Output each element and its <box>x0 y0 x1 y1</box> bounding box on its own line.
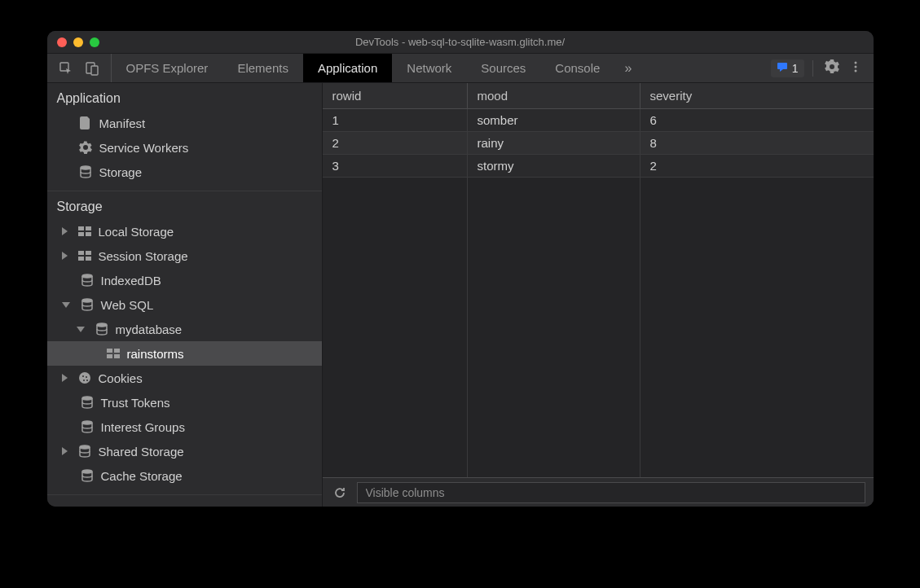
sidebar-item-rainstorms[interactable]: rainstorms <box>47 341 322 366</box>
column-header-mood[interactable]: mood <box>468 83 640 108</box>
sidebar-item-session-storage[interactable]: Session Storage <box>47 244 322 268</box>
tabs-overflow[interactable]: » <box>614 54 641 82</box>
sidebar-item-cookies[interactable]: Cookies <box>47 366 322 390</box>
cookie-icon <box>77 371 92 385</box>
sidebar-item-shared-storage[interactable]: Shared Storage <box>47 439 322 463</box>
svg-rect-21 <box>107 354 112 358</box>
svg-point-27 <box>86 380 88 381</box>
svg-point-7 <box>81 166 90 169</box>
device-toggle-icon[interactable] <box>85 61 99 76</box>
sidebar-item-label: Storage <box>99 165 143 179</box>
svg-point-30 <box>80 445 90 449</box>
table-row[interactable]: 1 somber 6 <box>323 109 874 132</box>
svg-point-28 <box>82 397 92 400</box>
column-header-rowid[interactable]: rowid <box>323 83 468 108</box>
tab-sources[interactable]: Sources <box>466 54 540 82</box>
sidebar-item-storage[interactable]: Storage <box>47 160 322 184</box>
svg-point-16 <box>82 274 92 278</box>
svg-rect-12 <box>78 251 84 255</box>
svg-rect-13 <box>86 251 91 255</box>
section-header-storage: Storage <box>47 191 322 219</box>
table-row[interactable]: 3 stormy 2 <box>323 155 874 178</box>
sidebar-item-label: Service Workers <box>99 141 189 155</box>
message-icon <box>777 61 788 76</box>
svg-rect-3 <box>777 63 787 69</box>
table-row[interactable]: 2 rainy 8 <box>323 132 874 155</box>
database-icon <box>80 273 95 287</box>
issues-count: 1 <box>792 62 799 75</box>
svg-rect-20 <box>114 349 120 353</box>
titlebar: DevTools - web-sql-to-sqlite-wasm.glitch… <box>47 31 874 54</box>
sidebar-item-service-workers[interactable]: Service Workers <box>47 135 322 160</box>
sidebar-item-trust-tokens[interactable]: Trust Tokens <box>47 390 322 415</box>
sidebar-item-indexeddb[interactable]: IndexedDB <box>47 268 322 292</box>
svg-rect-8 <box>78 226 84 230</box>
svg-rect-11 <box>86 232 91 236</box>
svg-rect-9 <box>86 226 91 230</box>
svg-rect-10 <box>78 232 84 236</box>
sidebar-item-mydatabase[interactable]: mydatabase <box>47 317 322 341</box>
table-header: rowid mood severity <box>323 83 874 109</box>
tab-network[interactable]: Network <box>392 54 466 82</box>
tab-application[interactable]: Application <box>303 54 392 82</box>
svg-point-24 <box>82 375 84 377</box>
cell-rowid: 2 <box>323 132 468 154</box>
filter-input[interactable] <box>357 482 865 503</box>
cell-severity: 8 <box>640 132 874 154</box>
svg-point-17 <box>82 299 92 302</box>
tab-opfs-explorer[interactable]: OPFS Explorer <box>112 54 223 82</box>
sidebar-item-label: Cookies <box>99 371 143 385</box>
chevron-down-icon <box>77 327 85 332</box>
tab-console[interactable]: Console <box>540 54 614 82</box>
sidebar-item-interest-groups[interactable]: Interest Groups <box>47 415 322 439</box>
database-icon <box>77 444 92 459</box>
toolbar-tabs: OPFS Explorer Elements Application Netwo… <box>112 54 763 82</box>
chevron-right-icon <box>62 447 68 455</box>
sidebar-section-application: Application Manifest Service Workers <box>47 83 322 191</box>
sidebar-item-label: Cache Storage <box>101 469 183 483</box>
svg-point-4 <box>854 61 856 64</box>
cell-severity: 2 <box>640 155 874 177</box>
sidebar-item-cache-storage[interactable]: Cache Storage <box>47 463 322 488</box>
database-icon <box>78 165 93 179</box>
sidebar-section-storage: Storage Local Storage Session Storage <box>47 191 322 495</box>
tab-elements[interactable]: Elements <box>222 54 303 82</box>
svg-point-26 <box>83 380 85 381</box>
sidebar-item-local-storage[interactable]: Local Storage <box>47 219 322 244</box>
settings-icon[interactable] <box>821 56 843 81</box>
svg-rect-19 <box>107 349 112 353</box>
inspect-icon[interactable] <box>59 61 73 76</box>
svg-point-23 <box>79 372 90 384</box>
content-panel: rowid mood severity 1 somber 6 2 rainy 8 <box>323 83 874 507</box>
refresh-button[interactable] <box>331 484 349 502</box>
cell-mood: rainy <box>468 132 640 154</box>
svg-point-6 <box>854 69 856 72</box>
kebab-menu-icon[interactable] <box>846 57 865 80</box>
sidebar-item-label: Trust Tokens <box>101 396 170 410</box>
svg-point-31 <box>82 470 92 473</box>
toolbar-left <box>47 54 112 82</box>
svg-point-25 <box>86 376 87 378</box>
database-icon <box>80 468 95 483</box>
svg-point-29 <box>82 421 92 424</box>
toolbar-right: 1 <box>763 54 874 82</box>
devtools-window: DevTools - web-sql-to-sqlite-wasm.glitch… <box>47 31 874 507</box>
window-title: DevTools - web-sql-to-sqlite-wasm.glitch… <box>47 36 874 48</box>
sidebar-item-label: mydatabase <box>116 323 183 336</box>
sidebar: Application Manifest Service Workers <box>47 83 323 507</box>
arrow-spacer <box>62 472 70 480</box>
arrow-spacer <box>62 423 70 431</box>
column-header-severity[interactable]: severity <box>640 83 874 108</box>
cell-rowid: 1 <box>323 109 468 131</box>
sidebar-item-manifest[interactable]: Manifest <box>47 111 322 135</box>
svg-point-5 <box>854 65 856 68</box>
arrow-spacer <box>62 276 70 284</box>
cell-severity: 6 <box>640 109 874 131</box>
sidebar-item-web-sql[interactable]: Web SQL <box>47 292 322 317</box>
cell-rowid: 3 <box>323 155 468 177</box>
sidebar-item-label: Web SQL <box>101 298 154 312</box>
database-icon <box>95 322 109 336</box>
issues-badge[interactable]: 1 <box>771 59 804 77</box>
chevron-down-icon <box>62 302 70 308</box>
database-icon <box>80 419 95 434</box>
